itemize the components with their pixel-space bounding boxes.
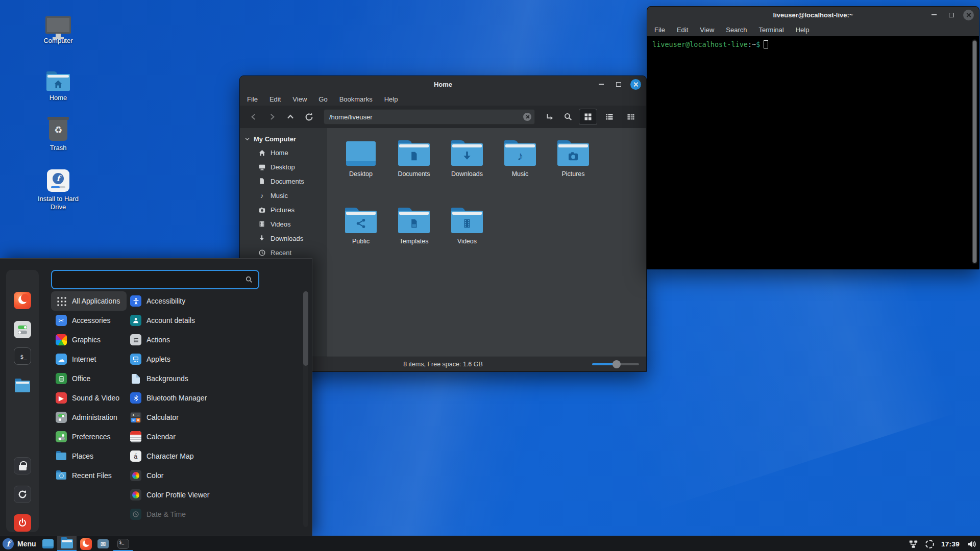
menu-search-input[interactable] (52, 276, 245, 284)
file-manager-view[interactable]: Desktop Documents Downloads ♪ Music Pict… (327, 128, 646, 357)
scrollbar-thumb[interactable] (303, 291, 308, 366)
minimize-button[interactable] (928, 10, 939, 20)
start-menu-button[interactable]: f Menu (0, 536, 42, 551)
app-calendar[interactable]: Calendar (126, 427, 182, 446)
sidebar-item-downloads[interactable]: Downloads (240, 231, 327, 245)
menu-edit[interactable]: Edit (270, 95, 281, 103)
taskbar-firefox[interactable] (79, 536, 93, 551)
menu-view[interactable]: View (700, 26, 714, 34)
desktop-icon-install-to-hard-drive[interactable]: f Install to Hard Drive (31, 169, 86, 212)
path-input[interactable] (324, 109, 535, 124)
folder-item-pictures[interactable]: Pictures (547, 136, 600, 204)
taskbar-show-desktop[interactable] (41, 536, 55, 551)
sidebar-item-music[interactable]: ♪ Music (240, 188, 327, 203)
category-sound-video[interactable]: ▶Sound & Video (51, 388, 126, 408)
firefox-icon[interactable] (14, 292, 31, 309)
go-to-icon[interactable] (542, 109, 557, 124)
app-color[interactable]: Color (126, 466, 170, 485)
folder-item-videos[interactable]: Videos (440, 204, 494, 271)
terminal-scrollbar[interactable] (972, 39, 977, 264)
folder-item-downloads[interactable]: Downloads (440, 136, 494, 204)
category-preferences[interactable]: Preferences (51, 427, 117, 446)
category-administration[interactable]: Administration (51, 408, 124, 427)
back-icon[interactable] (246, 109, 261, 124)
taskbar-terminal[interactable]: $_ (113, 536, 133, 551)
folder-item-desktop[interactable]: Desktop (334, 136, 387, 204)
app-applets[interactable]: Applets (126, 349, 177, 369)
category-graphics[interactable]: Graphics (51, 330, 107, 349)
app-account-details[interactable]: Account details (126, 311, 202, 330)
app-character-map[interactable]: áCharacter Map (126, 446, 201, 466)
category-internet[interactable]: ☁Internet (51, 349, 103, 369)
sidebar-item-documents[interactable]: Documents (240, 174, 327, 188)
detailed-list-view-button[interactable] (600, 109, 619, 125)
category-office[interactable]: Office (51, 369, 97, 388)
folder-item-public[interactable]: Public (334, 204, 387, 271)
close-button[interactable] (963, 10, 974, 20)
desktop-icon-computer[interactable]: Computer (31, 16, 86, 45)
app-accessibility[interactable]: Accessibility (126, 291, 192, 311)
power-icon[interactable] (14, 514, 31, 532)
tweaks-icon[interactable] (14, 321, 31, 338)
category-accessories[interactable]: ✂Accessories (51, 311, 117, 330)
folder-item-templates[interactable]: Templates (387, 204, 440, 271)
icon-view-button[interactable] (579, 109, 597, 125)
search-icon[interactable] (560, 109, 576, 124)
sidebar-item-desktop[interactable]: Desktop (240, 160, 327, 174)
maximize-button[interactable] (946, 10, 957, 20)
desktop-icon-home[interactable]: Home (31, 71, 86, 102)
clock[interactable]: 17:39 (941, 540, 960, 548)
zoom-slider-handle[interactable] (612, 360, 621, 368)
zoom-slider[interactable] (592, 363, 639, 365)
sidebar-group-my-computer[interactable]: My Computer (240, 132, 327, 145)
refresh-icon[interactable] (301, 109, 316, 124)
sidebar-item-recent[interactable]: Recent (240, 245, 327, 260)
menu-bookmarks[interactable]: Bookmarks (339, 95, 373, 103)
taskbar-file-manager[interactable] (57, 536, 77, 551)
sidebar-item-home[interactable]: Home (240, 145, 327, 160)
folder-item-documents[interactable]: Documents (387, 136, 440, 204)
folder-item-music[interactable]: ♪ Music (494, 136, 547, 204)
file-manager-launcher-icon[interactable] (14, 378, 31, 395)
menu-terminal[interactable]: Terminal (759, 26, 784, 34)
file-manager-titlebar[interactable]: Home (240, 76, 646, 92)
desktop-icon-trash[interactable]: ♻ Trash (31, 119, 86, 152)
app-actions[interactable]: Actions (126, 330, 177, 349)
app-calculator[interactable]: +−×=Calculator (126, 408, 185, 427)
category-places[interactable]: Places (51, 446, 100, 466)
scrollbar-thumb[interactable] (972, 40, 977, 263)
sidebar-item-videos[interactable]: Videos (240, 217, 327, 231)
maximize-button[interactable] (613, 79, 624, 90)
logout-icon[interactable] (14, 486, 31, 503)
clear-path-icon[interactable] (523, 113, 531, 121)
close-button[interactable] (630, 79, 641, 90)
forward-icon[interactable] (264, 109, 280, 124)
menu-go[interactable]: Go (318, 95, 327, 103)
menu-file[interactable]: File (654, 26, 665, 34)
volume-icon[interactable] (967, 539, 976, 549)
menu-help[interactable]: Help (384, 95, 398, 103)
network-icon[interactable] (909, 539, 918, 549)
app-date-time[interactable]: Date & Time (126, 505, 192, 524)
menu-file[interactable]: File (247, 95, 258, 103)
category-all-applications[interactable]: All Applications (51, 291, 127, 311)
minimize-button[interactable] (596, 79, 606, 90)
notification-spinner-icon[interactable] (925, 540, 934, 548)
taskbar-mail[interactable]: ✉ (96, 536, 110, 551)
app-color-profile-viewer[interactable]: Color Profile Viewer (126, 485, 216, 505)
lock-screen-icon[interactable] (14, 457, 31, 474)
terminal-screen[interactable]: liveuser@localhost-live:~$ (647, 36, 979, 269)
menu-edit[interactable]: Edit (677, 26, 688, 34)
terminal-launcher-icon[interactable]: $_ (14, 347, 31, 365)
compact-view-button[interactable] (622, 109, 640, 125)
terminal-titlebar[interactable]: liveuser@localhost-live:~ (647, 7, 979, 23)
category-recent-files[interactable]: Recent Files (51, 466, 118, 485)
menu-search[interactable]: Search (726, 26, 747, 34)
app-backgrounds[interactable]: Backgrounds (126, 369, 195, 388)
up-icon[interactable] (283, 109, 298, 124)
sidebar-item-pictures[interactable]: Pictures (240, 203, 327, 217)
menu-view[interactable]: View (292, 95, 307, 103)
app-bluetooth-manager[interactable]: Bluetooth Manager (126, 388, 213, 408)
menu-help[interactable]: Help (796, 26, 810, 34)
menu-scrollbar[interactable] (303, 291, 308, 527)
